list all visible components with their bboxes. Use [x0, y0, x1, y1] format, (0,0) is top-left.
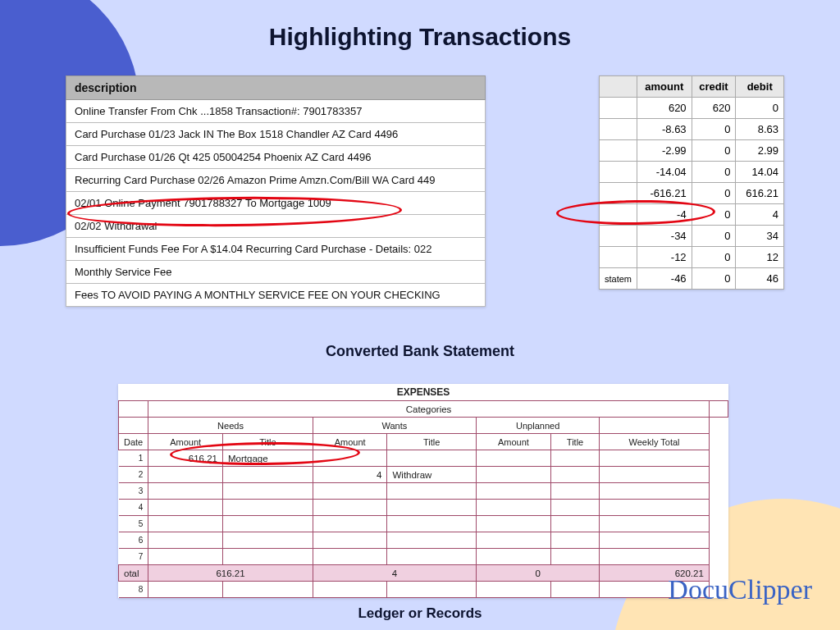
table-row: -34034 [600, 226, 784, 247]
table-row: 02/01 Online Payment 7901788327 To Mortg… [66, 192, 486, 215]
table-row: 4 [119, 500, 728, 516]
col-amount: Amount [148, 434, 223, 450]
col-blank [600, 76, 637, 98]
table-row: Card Purchase 01/23 Jack IN The Box 1518… [66, 123, 486, 146]
categories-label: Categories [148, 401, 710, 418]
col-amount: amount [637, 76, 692, 98]
col-date: Date [119, 434, 148, 450]
col-weekly: Weekly Total [600, 434, 710, 450]
caption-converted: Converted Bank Statement [0, 343, 840, 360]
table-row: -616.210616.21 [600, 183, 784, 204]
table-row: Online Transfer From Chk ...1858 Transac… [66, 100, 486, 123]
group-unplanned: Unplanned [477, 418, 600, 434]
group-needs: Needs [148, 418, 313, 434]
page-title: Highlighting Transactions [0, 23, 840, 51]
amount-table: amount credit debit 6206200 -8.6308.63 -… [599, 75, 784, 290]
table-row: 02/02 Withdrawal [66, 215, 486, 238]
table-row: 6206200 [600, 98, 784, 119]
col-debit: debit [736, 76, 784, 98]
table-row: 6 [119, 532, 728, 549]
group-wants: Wants [313, 418, 476, 434]
description-table: description Online Transfer From Chk ...… [66, 75, 486, 307]
col-title: Title [550, 434, 599, 450]
table-row: statem-46046 [600, 268, 784, 290]
table-row: Recurring Card Purchase 02/26 Amazon Pri… [66, 169, 486, 192]
description-header: description [66, 75, 486, 100]
table-row: Fees TO AVOID PAYING A MONTHLY SERVICE F… [66, 284, 486, 307]
table-row: Insufficient Funds Fee For A $14.04 Recu… [66, 238, 486, 261]
ledger-table: EXPENSES Categories Needs Wants Unplanne… [118, 384, 728, 598]
caption-ledger: Ledger or Records [0, 605, 840, 622]
table-row: -12012 [600, 247, 784, 268]
table-row: 3 [119, 483, 728, 500]
table-row: 1 616.21 Mortgage [119, 450, 728, 467]
table-row: Card Purchase 01/26 Qt 425 05004254 Phoe… [66, 146, 486, 169]
col-amount: Amount [477, 434, 551, 450]
totals-row: otal 616.21 4 0 620.21 [119, 565, 728, 582]
docuclipper-logo: DocuClipper [668, 574, 812, 605]
table-row: 2 4 Withdraw [119, 467, 728, 483]
col-amount: Amount [313, 434, 387, 450]
table-row: -2.9902.99 [600, 140, 784, 162]
col-title: Title [387, 434, 477, 450]
table-row: 7 [119, 549, 728, 565]
table-row: -404 [600, 204, 784, 226]
table-row: 5 [119, 516, 728, 532]
table-row: -14.04014.04 [600, 162, 784, 183]
table-row: 8 [119, 582, 728, 598]
col-credit: credit [692, 76, 736, 98]
table-row: Monthly Service Fee [66, 261, 486, 284]
col-title: Title [222, 434, 313, 450]
table-row: -8.6308.63 [600, 119, 784, 140]
expenses-title: EXPENSES [119, 384, 728, 401]
